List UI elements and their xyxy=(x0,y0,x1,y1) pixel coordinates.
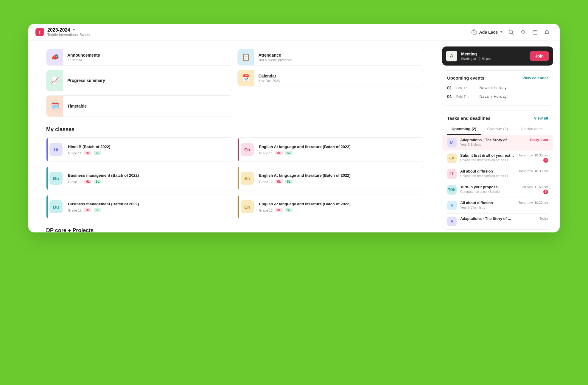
class-card[interactable]: Bu Business management (Batch of 2022) G… xyxy=(46,166,233,190)
class-meta: Grade 12 HL SL xyxy=(68,180,139,184)
task-row[interactable]: A All about diffusion Year 3 Chemistry T… xyxy=(447,198,548,214)
tab-overdue[interactable]: Overdue (2) xyxy=(481,124,514,135)
user-menu[interactable]: Ada Lace xyxy=(469,28,505,36)
class-abbr: Bu xyxy=(49,172,63,185)
hl-pill: HL xyxy=(84,151,91,155)
class-body: Hindi B (Batch of 2022) Grade 11 HL SL xyxy=(64,138,114,162)
card-timetable[interactable]: 🗓️ Timetable xyxy=(46,95,233,117)
class-card[interactable]: En English A: language and literature (B… xyxy=(237,195,424,219)
search-button[interactable] xyxy=(505,26,517,38)
task-badge: A xyxy=(447,201,457,210)
header-bar: t 2023-2024 Toddle International School … xyxy=(28,24,560,41)
class-abbr: En xyxy=(241,143,254,156)
quick-cards: 📣 Announcements 17 unread 📋 Attendance 1… xyxy=(46,49,424,117)
grade-label: Grade 12 xyxy=(68,209,82,212)
view-calendar-link[interactable]: View calendar xyxy=(522,76,548,80)
grade-label: Grade 12 xyxy=(68,180,82,184)
class-card[interactable]: En English A: language and literature (B… xyxy=(237,166,424,190)
task-badge: EA xyxy=(447,153,457,163)
task-title: Submit first draft of your extended es..… xyxy=(460,153,515,158)
task-row[interactable]: TOK Turn-in your proposal Computer scien… xyxy=(447,182,548,198)
card-subtitle: 100% overall presence xyxy=(259,58,292,62)
svg-rect-4 xyxy=(533,31,537,34)
task-main: Submit first draft of your extended es..… xyxy=(460,153,515,162)
class-body: Business management (Batch of 2022) Grad… xyxy=(64,166,142,190)
card-attendance[interactable]: 📋 Attendance 100% overall presence xyxy=(237,49,424,66)
class-meta: Grade 12 HL SL xyxy=(259,208,351,212)
hint-button[interactable] xyxy=(517,26,529,38)
class-icon-wrap: Bu xyxy=(48,195,64,219)
calendar-button[interactable] xyxy=(529,26,541,38)
bulb-icon xyxy=(520,30,526,35)
school-name: Toddle International School xyxy=(47,33,91,37)
sl-pill: SL xyxy=(94,151,101,155)
task-meta: Tomorrow, 10.30 pm 9 xyxy=(518,153,548,163)
count-badge: 9 xyxy=(543,158,548,163)
app-logo[interactable]: t xyxy=(35,28,44,36)
event-row[interactable]: 01 Feb, Thu Navami Holiday xyxy=(447,92,548,101)
join-button[interactable]: Join xyxy=(530,51,549,61)
sl-pill: SL xyxy=(285,151,293,155)
count-badge: 9 xyxy=(543,190,548,194)
tab-nodue[interactable]: No due date xyxy=(514,124,548,135)
chevron-down-icon xyxy=(73,29,75,31)
card-calendar[interactable]: 📅 Calendar 31st Oct, 2023 xyxy=(237,70,424,86)
task-main: Turn-in your proposal Computer science •… xyxy=(460,185,519,193)
attendance-icon: 📋 xyxy=(238,49,254,65)
upcoming-events-panel: Upcoming events View calendar 01 Feb, Th… xyxy=(442,70,553,106)
sl-pill: SL xyxy=(285,180,293,184)
task-row[interactable]: IA Adaptations - The Story of ... Year 3… xyxy=(442,135,553,150)
task-subtitle: Year 3 Biology xyxy=(460,143,526,146)
class-body: Business management (Batch of 2022) Grad… xyxy=(64,195,142,219)
svg-line-1 xyxy=(512,33,514,35)
class-card[interactable]: En English A: language and literature (B… xyxy=(237,137,424,162)
class-abbr: En xyxy=(241,172,254,185)
task-row[interactable]: A Adaptations - The Story of ... Today xyxy=(447,214,548,229)
class-abbr: Bu xyxy=(49,200,63,213)
card-title: Calendar xyxy=(259,74,280,78)
card-announcements[interactable]: 📣 Announcements 17 unread xyxy=(46,49,233,66)
task-row[interactable]: EA Submit first draft of your extended e… xyxy=(447,150,548,166)
class-meta: Grade 12 HL SL xyxy=(68,208,139,212)
card-title: Announcements xyxy=(67,53,100,58)
view-all-link[interactable]: View all xyxy=(534,116,548,120)
task-meta: Tomorrow, 10.30 pm xyxy=(518,201,548,204)
event-row[interactable]: 01 Feb, Thu Navami Holiday xyxy=(447,83,548,92)
megaphone-icon: 📣 xyxy=(46,49,63,65)
sl-pill: SL xyxy=(94,208,101,212)
task-badge: TOK xyxy=(447,185,457,195)
card-title: Timetable xyxy=(67,104,87,108)
task-badge: IA xyxy=(447,138,457,148)
meeting-banner: A Meeting Starting at 12:50 pm Join xyxy=(442,46,553,66)
user-name: Ada Lace xyxy=(479,30,498,35)
task-title: Adaptations - The Story of ... xyxy=(460,138,526,142)
task-badge: EE xyxy=(447,169,457,179)
class-abbr: Hi xyxy=(49,143,63,156)
panel-title: Tasks and deadlines xyxy=(447,116,491,121)
class-icon-wrap: En xyxy=(239,138,256,162)
task-due: Today, 9 am xyxy=(530,138,548,142)
chart-icon: 📈 xyxy=(46,70,63,91)
year-selector[interactable]: 2023-2024 Toddle International School xyxy=(47,27,91,37)
class-abbr: En xyxy=(241,200,254,213)
tasks-tabs: Upcoming (2) Overdue (2) No due date xyxy=(447,124,548,135)
task-due: 29 Sep, 11.59 pm xyxy=(522,185,548,189)
class-icon-wrap: Bu xyxy=(48,166,64,190)
task-row[interactable]: EE All about diffusion Upload the draft … xyxy=(447,166,548,182)
task-title: All about diffusion xyxy=(460,201,515,205)
app-window: t 2023-2024 Toddle International School … xyxy=(28,24,560,232)
task-meta: Today xyxy=(539,217,548,220)
hl-pill: HL xyxy=(84,180,91,184)
side-column: A Meeting Starting at 12:50 pm Join Upco… xyxy=(442,41,560,232)
notifications-button[interactable] xyxy=(541,26,553,38)
card-progress[interactable]: 📈 Progress summary xyxy=(46,70,233,91)
tab-upcoming[interactable]: Upcoming (2) xyxy=(447,124,481,135)
main-column: 📣 Announcements 17 unread 📋 Attendance 1… xyxy=(28,41,442,232)
class-title: Business management (Batch of 2022) xyxy=(68,201,139,207)
class-card[interactable]: Hi Hindi B (Batch of 2022) Grade 11 HL S… xyxy=(46,137,233,162)
class-title: English A: language and literature (Batc… xyxy=(259,201,351,207)
hl-pill: HL xyxy=(275,151,282,155)
class-body: English A: language and literature (Batc… xyxy=(256,166,354,190)
class-card[interactable]: Bu Business management (Batch of 2022) G… xyxy=(46,195,233,219)
class-icon-wrap: En xyxy=(239,166,256,190)
